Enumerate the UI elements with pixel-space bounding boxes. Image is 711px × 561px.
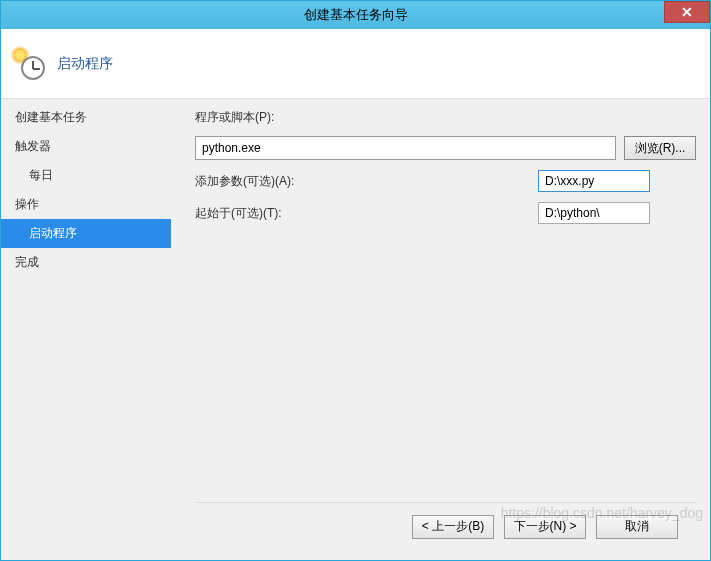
sidebar: 创建基本任务 触发器 每日 操作 启动程序 完成 (1, 99, 171, 560)
next-button[interactable]: 下一步(N) > (504, 515, 586, 539)
close-icon: ✕ (681, 4, 693, 20)
header: 启动程序 (1, 29, 710, 99)
cancel-button[interactable]: 取消 (596, 515, 678, 539)
sidebar-item-finish[interactable]: 完成 (1, 248, 171, 277)
footer: < 上一步(B) 下一步(N) > 取消 (195, 502, 696, 550)
close-button[interactable]: ✕ (664, 1, 710, 23)
script-input[interactable] (195, 136, 616, 160)
startin-input[interactable] (538, 202, 650, 224)
sidebar-item-trigger[interactable]: 触发器 (1, 132, 171, 161)
browse-button[interactable]: 浏览(R)... (624, 136, 696, 160)
args-label: 添加参数(可选)(A): (195, 173, 530, 190)
wizard-window: 创建基本任务向导 ✕ 启动程序 创建基本任务 触发器 每日 操作 启动程序 完成… (0, 0, 711, 561)
form-area: 程序或脚本(P): 浏览(R)... 添加参数(可选)(A): 起始于(可选)(… (195, 109, 696, 502)
startin-label: 起始于(可选)(T): (195, 205, 530, 222)
back-button[interactable]: < 上一步(B) (412, 515, 494, 539)
args-input[interactable] (538, 170, 650, 192)
sidebar-item-action[interactable]: 操作 (1, 190, 171, 219)
sidebar-item-start-program[interactable]: 启动程序 (1, 219, 171, 248)
sidebar-item-create-task[interactable]: 创建基本任务 (1, 103, 171, 132)
body: 创建基本任务 触发器 每日 操作 启动程序 完成 程序或脚本(P): 浏览(R)… (1, 99, 710, 560)
content: 程序或脚本(P): 浏览(R)... 添加参数(可选)(A): 起始于(可选)(… (171, 99, 710, 560)
titlebar: 创建基本任务向导 ✕ (1, 1, 710, 29)
sidebar-item-daily[interactable]: 每日 (1, 161, 171, 190)
script-label: 程序或脚本(P): (195, 109, 274, 126)
clock-icon (13, 48, 45, 80)
page-title: 启动程序 (57, 55, 113, 73)
window-title: 创建基本任务向导 (304, 6, 408, 24)
